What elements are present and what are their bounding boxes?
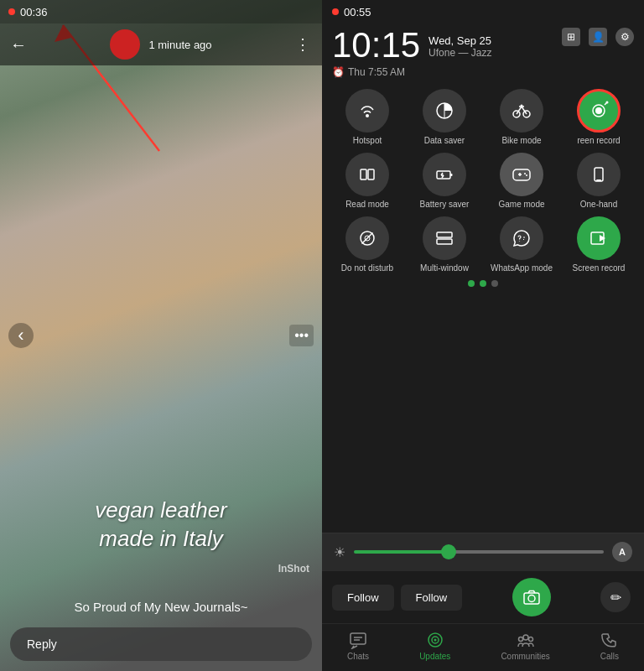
back-button[interactable]: ← xyxy=(10,35,27,55)
camera-button[interactable] xyxy=(512,578,551,616)
whatsapp-mode-label: WhatsApp mode xyxy=(491,263,553,273)
qs-hotspot[interactable]: Hotspot xyxy=(332,89,402,146)
battery-saver-label: Battery saver xyxy=(420,200,470,210)
auto-brightness-button[interactable]: A xyxy=(612,542,632,562)
svg-rect-25 xyxy=(596,179,601,181)
brightness-slider[interactable] xyxy=(354,550,604,554)
updates-nav-icon xyxy=(426,631,444,649)
one-hand-label: One-hand xyxy=(580,200,617,210)
qs-whatsapp-mode[interactable]: WhatsApp mode xyxy=(486,216,557,273)
screen-record2-icon-circle xyxy=(577,216,621,260)
qs-multi-window[interactable]: Multi-window xyxy=(409,216,480,273)
svg-point-22 xyxy=(524,173,526,174)
more-options-button[interactable]: ⋮ xyxy=(295,35,312,54)
svg-rect-29 xyxy=(437,232,452,237)
qs-game-mode[interactable]: Game mode xyxy=(486,153,557,210)
nav-communities[interactable]: Communities xyxy=(501,631,549,661)
chats-nav-label: Chats xyxy=(347,652,369,661)
qs-battery-saver[interactable]: Battery saver xyxy=(409,153,480,210)
svg-point-23 xyxy=(526,174,527,176)
battery-saver-icon-circle xyxy=(423,153,466,196)
calls-nav-label: Calls xyxy=(600,652,619,661)
svg-marker-32 xyxy=(600,235,605,242)
read-mode-label: Read mode xyxy=(345,200,389,210)
qs-one-hand[interactable]: One-hand xyxy=(564,153,634,210)
qs-data-saver[interactable]: Data saver xyxy=(409,89,480,146)
left-panel: 00:36 ← 1 minute ago ⋮ ‹ ••• vegan leath… xyxy=(0,0,322,671)
pencil-icon-btn[interactable]: ✏ xyxy=(600,582,631,612)
reply-label: Reply xyxy=(27,637,57,651)
quick-settings-panel: Hotspot Data saver xyxy=(322,85,644,533)
communities-nav-label: Communities xyxy=(501,652,549,661)
brightness-bar[interactable]: ☀ A xyxy=(322,533,644,570)
communities-nav-icon xyxy=(517,631,535,649)
svg-rect-30 xyxy=(437,239,452,244)
recording-indicator-right xyxy=(332,8,339,15)
nav-chats[interactable]: Chats xyxy=(347,631,369,661)
story-info: 1 minute ago xyxy=(110,29,211,60)
svg-line-27 xyxy=(362,233,373,244)
carrier-display: Ufone — Jazz xyxy=(428,47,491,59)
svg-rect-12 xyxy=(361,169,366,179)
dnd-label: Do not disturb xyxy=(341,263,393,273)
follow-button-1[interactable]: Follow xyxy=(332,585,394,611)
story-text-block: vegan leather made in Italy xyxy=(0,497,322,554)
story-caption: So Proud of My New Journals~ xyxy=(0,600,322,614)
story-nav-more[interactable]: ••• xyxy=(289,325,314,346)
svg-point-7 xyxy=(521,105,523,107)
chats-nav-icon xyxy=(349,631,367,649)
bottom-app-row: Follow Follow ✏ xyxy=(322,570,644,623)
brightness-low-icon: ☀ xyxy=(334,544,345,560)
grid-icon: ⊞ xyxy=(562,28,580,46)
svg-point-41 xyxy=(523,635,528,640)
big-time-display: 10:15 Wed, Sep 25 Ufone — Jazz xyxy=(332,28,491,63)
svg-point-11 xyxy=(606,101,609,104)
svg-point-40 xyxy=(434,639,436,642)
nav-updates[interactable]: Updates xyxy=(419,631,450,661)
qs-bike-mode[interactable]: Bike mode xyxy=(486,89,557,146)
bike-mode-icon-circle xyxy=(500,89,543,133)
story-top-bar: ← 1 minute ago ⋮ xyxy=(0,23,322,65)
right-status-time: 00:55 xyxy=(344,6,371,18)
main-clock: 10:15 xyxy=(332,28,420,63)
page-dot-2 xyxy=(480,280,486,287)
story-background xyxy=(0,0,322,671)
story-nav-back[interactable]: ‹ xyxy=(8,323,34,348)
qs-read-mode[interactable]: Read mode xyxy=(332,153,402,210)
story-watermark: InShot xyxy=(278,563,309,575)
brightness-thumb[interactable] xyxy=(441,544,456,559)
screen-record-icon-circle xyxy=(577,89,621,133)
left-status-bar: 00:36 xyxy=(0,0,322,23)
svg-rect-24 xyxy=(595,168,603,181)
settings-icon: ⚙ xyxy=(615,28,634,46)
whatsapp-nav-bar: Chats Updates Communities xyxy=(322,623,644,671)
svg-point-42 xyxy=(518,637,522,642)
svg-point-2 xyxy=(366,114,369,117)
reply-bar[interactable]: Reply xyxy=(10,627,312,661)
game-mode-label: Game mode xyxy=(498,200,544,210)
whatsapp-mode-icon-circle xyxy=(500,216,543,260)
svg-rect-35 xyxy=(351,633,366,644)
story-avatar xyxy=(110,29,140,60)
date-display: Wed, Sep 25 xyxy=(428,34,491,47)
data-saver-icon-circle xyxy=(423,89,466,133)
nav-calls[interactable]: Calls xyxy=(600,631,619,661)
alarm-icon: ⏰ xyxy=(332,66,345,78)
contacts-icon: 👤 xyxy=(589,28,607,46)
follow-button-2[interactable]: Follow xyxy=(401,585,463,611)
recording-indicator-left xyxy=(8,8,15,15)
svg-point-43 xyxy=(528,637,532,642)
hotspot-icon-circle xyxy=(345,89,389,133)
page-indicator xyxy=(329,273,637,294)
multi-window-icon-circle xyxy=(423,216,466,260)
page-dot-1 xyxy=(468,280,475,287)
svg-rect-13 xyxy=(368,169,374,179)
qs-dnd[interactable]: Do not disturb xyxy=(332,216,402,273)
qs-screen-record[interactable]: reen record xyxy=(564,89,634,146)
right-panel: 00:55 10:15 Wed, Sep 25 Ufone — Jazz ⊞ 👤… xyxy=(322,0,644,671)
read-mode-icon-circle xyxy=(345,153,389,196)
qs-screen-record2[interactable]: Screen record xyxy=(564,216,634,273)
calls-nav-icon xyxy=(600,631,619,649)
story-time-ago: 1 minute ago xyxy=(148,39,211,51)
right-status-bar: 00:55 xyxy=(322,0,644,23)
